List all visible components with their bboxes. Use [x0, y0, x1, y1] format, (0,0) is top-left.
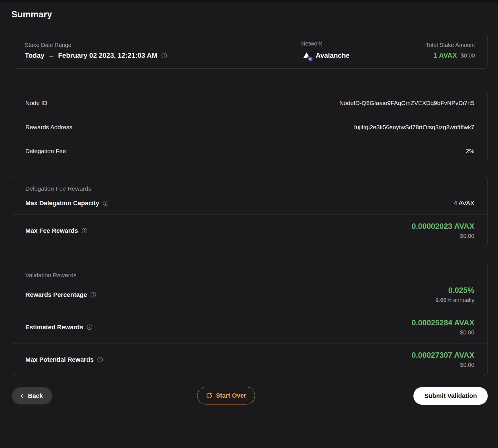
max-potential-rewards-label: Max Potential Rewards	[25, 356, 94, 363]
rewards-percentage-info-icon[interactable]	[90, 292, 96, 298]
max-fee-rewards-info-icon[interactable]	[81, 228, 87, 234]
delegation-fee-rewards-title: Delegation Fee Rewards	[12, 176, 487, 192]
window-top-edge	[0, 0, 498, 3]
table-row-node-id: Node ID NodeID-Q8Gfaaio9FAqCmZVEXDq9bFvN…	[12, 91, 487, 115]
estimated-rewards-info-icon[interactable]	[87, 324, 93, 330]
delegation-fee-rewards-card: Delegation Fee Rewards Max Delegation Ca…	[12, 176, 488, 247]
stake-summary-card: Stake Date Range Today → February 02 202…	[12, 33, 488, 69]
estimated-rewards-label: Estimated Rewards	[25, 324, 83, 331]
rewards-percentage-value: 0.025%	[435, 286, 474, 295]
delegation-fee-label: Delegation Fee	[25, 148, 66, 155]
network-column: Network P Avalanche	[301, 40, 404, 61]
back-button[interactable]: Back	[12, 387, 52, 404]
estimated-rewards-value: 0.00025284 AVAX	[412, 318, 474, 327]
total-stake-amount: 1 AVAX	[434, 52, 457, 59]
max-delegation-capacity-value: 4 AVAX	[454, 200, 474, 207]
node-id-value: NodeID-Q8Gfaaio9FAqCmZVEXDq9bFvNPvDi7rt5	[339, 100, 474, 106]
rewards-percentage-label: Rewards Percentage	[25, 291, 87, 299]
estimated-rewards-usd: $0.00	[412, 329, 474, 336]
submit-validation-label: Submit Validation	[424, 392, 477, 400]
page-title: Summary	[11, 9, 498, 20]
max-delegation-capacity-info-icon[interactable]	[103, 200, 109, 206]
max-potential-rewards-usd: $0.00	[412, 362, 474, 368]
validation-rewards-card: Validation Rewards Rewards Percentage 0.…	[12, 262, 488, 376]
stake-date-to: February 02 2023, 12:21:03 AM	[58, 52, 158, 59]
max-fee-rewards-label: Max Fee Rewards	[25, 227, 78, 235]
validation-rewards-title: Validation Rewards	[12, 262, 487, 279]
network-name: Avalanche	[316, 52, 350, 59]
footer-actions: Back Start Over Submit Validation	[12, 387, 488, 405]
arrow-right-icon: →	[48, 52, 54, 59]
p-chain-badge: P	[308, 56, 313, 62]
max-potential-rewards-value: 0.00027307 AVAX	[412, 351, 474, 360]
total-stake-column: Total Stake Amount 1 AVAX $0.00	[404, 42, 475, 59]
stake-date-from: Today	[25, 52, 44, 59]
network-label: Network	[301, 40, 404, 47]
refresh-icon	[206, 392, 213, 399]
total-stake-label: Total Stake Amount	[404, 42, 475, 48]
total-stake-usd: $0.00	[461, 52, 475, 59]
chevron-left-icon	[19, 393, 25, 399]
node-details-table: Node ID NodeID-Q8Gfaaio9FAqCmZVEXDq9bFvN…	[12, 91, 488, 163]
max-fee-rewards-usd: $0.00	[412, 233, 474, 239]
node-id-label: Node ID	[25, 100, 47, 106]
avalanche-logo-icon: P	[301, 50, 312, 61]
back-button-label: Back	[28, 392, 43, 400]
max-potential-rewards-row: Max Potential Rewards 0.00027307 AVAX $0…	[12, 343, 487, 376]
max-delegation-capacity-row: Max Delegation Capacity 4 AVAX	[12, 192, 487, 214]
rewards-address-label: Rewards Address	[25, 124, 72, 131]
stake-date-range-label: Stake Date Range	[25, 42, 301, 48]
start-over-button-label: Start Over	[216, 392, 246, 399]
stake-date-info-icon[interactable]	[161, 53, 167, 59]
delegation-fee-value: 2%	[466, 148, 474, 155]
rewards-address-value: fujittgi2e3k56enytwSd78rtOtsq3izg8wnftff…	[354, 124, 474, 131]
table-row-rewards-address: Rewards Address fujittgi2e3k56enytwSd78r…	[12, 115, 487, 139]
max-potential-rewards-info-icon[interactable]	[97, 357, 103, 363]
rewards-percentage-annual: 9.66% annually	[435, 297, 474, 303]
start-over-button[interactable]: Start Over	[197, 387, 255, 404]
max-fee-rewards-value: 0.00002023 AVAX	[412, 222, 474, 231]
max-delegation-capacity-label: Max Delegation Capacity	[25, 200, 99, 207]
submit-validation-button[interactable]: Submit Validation	[413, 387, 488, 405]
rewards-percentage-row: Rewards Percentage 0.025% 9.66% annually	[12, 279, 487, 311]
table-row-delegation-fee: Delegation Fee 2%	[12, 139, 487, 163]
stake-date-range-column: Stake Date Range Today → February 02 202…	[25, 42, 301, 59]
estimated-rewards-row: Estimated Rewards 0.00025284 AVAX $0.00	[12, 311, 487, 343]
max-fee-rewards-row: Max Fee Rewards 0.00002023 AVAX $0.00	[12, 214, 487, 247]
